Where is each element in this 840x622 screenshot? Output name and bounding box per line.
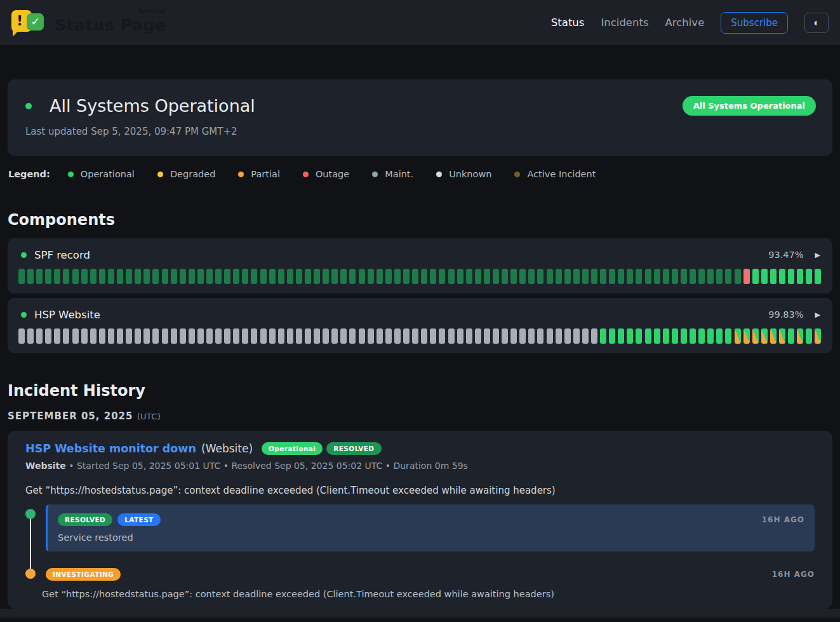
uptime-bar[interactable] xyxy=(117,269,123,284)
uptime-bar[interactable] xyxy=(475,328,481,344)
uptime-bar[interactable] xyxy=(556,328,562,344)
uptime-bar[interactable] xyxy=(340,269,347,284)
uptime-bar[interactable] xyxy=(296,328,302,344)
uptime-bar[interactable] xyxy=(770,328,777,344)
uptime-bar[interactable] xyxy=(519,328,526,344)
uptime-bar[interactable] xyxy=(779,328,785,344)
uptime-bar[interactable] xyxy=(582,328,589,344)
uptime-bar[interactable] xyxy=(349,269,356,284)
uptime-bar[interactable] xyxy=(72,328,79,344)
uptime-bar[interactable] xyxy=(359,269,365,284)
uptime-bar[interactable] xyxy=(340,328,347,344)
uptime-bar[interactable] xyxy=(806,328,812,344)
uptime-bar[interactable] xyxy=(368,269,374,284)
uptime-bar[interactable] xyxy=(197,269,204,284)
uptime-bar[interactable] xyxy=(215,328,222,344)
uptime-bar[interactable] xyxy=(305,328,311,344)
uptime-bar[interactable] xyxy=(152,328,159,344)
uptime-bar[interactable] xyxy=(206,269,213,284)
uptime-bar[interactable] xyxy=(215,269,222,284)
uptime-bar[interactable] xyxy=(681,328,687,344)
brand-logo[interactable]: ! ✓ hosted Status Page xyxy=(11,8,166,37)
uptime-bar[interactable] xyxy=(582,269,589,284)
uptime-bar[interactable] xyxy=(466,328,472,344)
uptime-bar[interactable] xyxy=(27,269,34,284)
uptime-bar[interactable] xyxy=(287,269,293,284)
uptime-bar[interactable] xyxy=(36,328,43,344)
uptime-bar[interactable] xyxy=(663,328,669,344)
uptime-bar[interactable] xyxy=(224,269,230,284)
uptime-bar[interactable] xyxy=(412,269,418,284)
uptime-bar[interactable] xyxy=(143,269,150,284)
uptime-bar[interactable] xyxy=(385,269,392,284)
uptime-bar[interactable] xyxy=(260,328,267,344)
uptime-bar[interactable] xyxy=(528,269,535,284)
uptime-bar[interactable] xyxy=(269,328,276,344)
uptime-bar[interactable] xyxy=(385,328,392,344)
uptime-bar[interactable] xyxy=(296,269,302,284)
uptime-bar[interactable] xyxy=(99,328,105,344)
uptime-bar[interactable] xyxy=(180,269,186,284)
uptime-bar[interactable] xyxy=(573,269,580,284)
uptime-bar[interactable] xyxy=(323,328,329,344)
uptime-bar[interactable] xyxy=(556,269,562,284)
uptime-bar[interactable] xyxy=(403,328,410,344)
uptime-bar[interactable] xyxy=(206,328,213,344)
uptime-bar[interactable] xyxy=(45,269,51,284)
uptime-bar[interactable] xyxy=(421,269,427,284)
uptime-bar[interactable] xyxy=(63,328,69,344)
uptime-bar[interactable] xyxy=(591,269,597,284)
uptime-bar[interactable] xyxy=(618,269,624,284)
nav-link-incidents[interactable]: Incidents xyxy=(601,17,648,29)
uptime-bar[interactable] xyxy=(591,328,597,344)
uptime-bar[interactable] xyxy=(81,328,88,344)
uptime-bar[interactable] xyxy=(394,269,401,284)
uptime-bar[interactable] xyxy=(788,328,794,344)
uptime-bar[interactable] xyxy=(126,269,132,284)
uptime-bar[interactable] xyxy=(493,328,499,344)
uptime-bar[interactable] xyxy=(466,269,472,284)
uptime-bar[interactable] xyxy=(269,269,276,284)
subscribe-button[interactable]: Subscribe xyxy=(721,12,788,34)
uptime-bar[interactable] xyxy=(90,328,97,344)
uptime-bar[interactable] xyxy=(547,269,553,284)
uptime-bar[interactable] xyxy=(108,269,114,284)
uptime-bar[interactable] xyxy=(90,269,97,284)
uptime-bar[interactable] xyxy=(36,269,43,284)
uptime-bar[interactable] xyxy=(707,328,714,344)
uptime-bar[interactable] xyxy=(430,328,436,344)
uptime-bar[interactable] xyxy=(278,328,284,344)
uptime-bar[interactable] xyxy=(797,328,803,344)
uptime-bar[interactable] xyxy=(770,269,777,284)
uptime-bar[interactable] xyxy=(484,328,490,344)
uptime-bar[interactable] xyxy=(242,269,248,284)
uptime-bar[interactable] xyxy=(528,328,535,344)
uptime-bar[interactable] xyxy=(152,269,159,284)
uptime-bar[interactable] xyxy=(287,328,293,344)
uptime-bar[interactable] xyxy=(81,269,88,284)
uptime-bar[interactable] xyxy=(735,269,741,284)
uptime-bar[interactable] xyxy=(368,328,374,344)
uptime-bar[interactable] xyxy=(278,269,284,284)
uptime-bar[interactable] xyxy=(457,269,463,284)
uptime-bar[interactable] xyxy=(716,328,723,344)
uptime-bar[interactable] xyxy=(314,269,320,284)
uptime-bar[interactable] xyxy=(394,328,401,344)
uptime-bar[interactable] xyxy=(564,269,571,284)
uptime-bar[interactable] xyxy=(242,328,248,344)
uptime-bar[interactable] xyxy=(654,328,660,344)
uptime-bar[interactable] xyxy=(510,269,517,284)
uptime-bar[interactable] xyxy=(645,269,651,284)
uptime-bar[interactable] xyxy=(502,269,508,284)
uptime-bar[interactable] xyxy=(377,328,383,344)
uptime-bar[interactable] xyxy=(135,328,141,344)
uptime-bar[interactable] xyxy=(72,269,79,284)
uptime-bar[interactable] xyxy=(457,328,463,344)
expand-chevron-icon[interactable]: ▶ xyxy=(815,251,820,259)
uptime-bar[interactable] xyxy=(162,328,168,344)
uptime-bar[interactable] xyxy=(117,328,123,344)
uptime-bar[interactable] xyxy=(143,328,150,344)
uptime-bar[interactable] xyxy=(743,269,750,284)
uptime-bar[interactable] xyxy=(331,328,338,344)
uptime-bar[interactable] xyxy=(609,328,615,344)
